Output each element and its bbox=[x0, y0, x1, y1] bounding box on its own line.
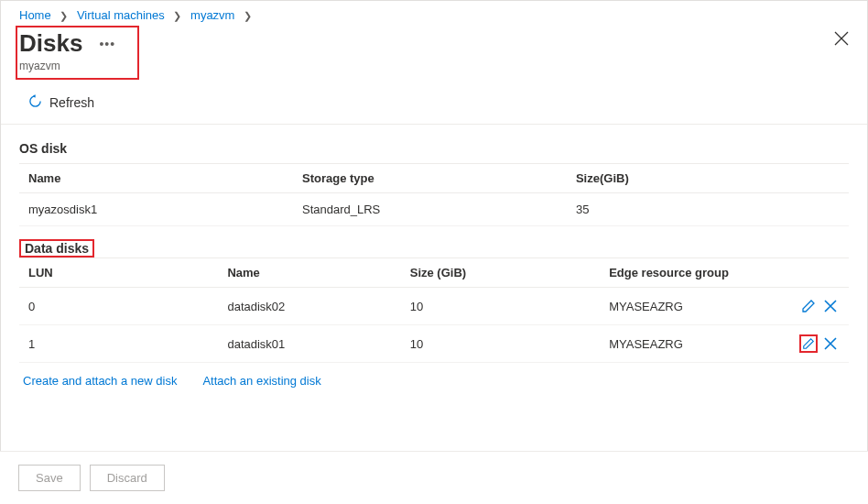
cell-erg: MYASEAZRG bbox=[600, 325, 782, 363]
cell-lun: 1 bbox=[19, 325, 218, 363]
page-subtitle: myazvm bbox=[19, 60, 115, 72]
page-title: Disks bbox=[19, 29, 82, 58]
close-icon[interactable] bbox=[834, 26, 849, 56]
breadcrumb-vms[interactable]: Virtual machines bbox=[77, 8, 165, 22]
col-size: Size (GiB) bbox=[401, 258, 600, 288]
attach-disk-link[interactable]: Attach an existing disk bbox=[202, 374, 320, 388]
col-name: Name bbox=[218, 258, 400, 288]
col-erg: Edge resource group bbox=[600, 258, 782, 288]
col-size: Size(GiB) bbox=[567, 164, 849, 193]
edit-icon[interactable] bbox=[799, 297, 818, 315]
data-disks-heading: Data disks bbox=[19, 239, 94, 257]
cell-storage: Standard_LRS bbox=[293, 193, 567, 226]
refresh-icon bbox=[28, 94, 42, 111]
data-disks-table: LUN Name Size (GiB) Edge resource group … bbox=[19, 257, 849, 363]
detach-icon[interactable] bbox=[821, 334, 840, 353]
cell-size: 10 bbox=[401, 288, 600, 325]
refresh-button[interactable]: Refresh bbox=[23, 91, 100, 115]
chevron-right-icon: ❯ bbox=[60, 10, 68, 21]
detach-icon[interactable] bbox=[821, 297, 840, 315]
cell-size: 10 bbox=[401, 325, 600, 363]
breadcrumb-home[interactable]: Home bbox=[19, 8, 51, 22]
chevron-right-icon: ❯ bbox=[173, 10, 181, 21]
cell-name: datadisk02 bbox=[218, 288, 400, 325]
os-disk-table: Name Storage type Size(GiB) myazosdisk1 … bbox=[19, 163, 849, 226]
breadcrumb: Home ❯ Virtual machines ❯ myazvm ❯ bbox=[1, 1, 867, 26]
breadcrumb-myazvm[interactable]: myazvm bbox=[190, 8, 234, 22]
table-row[interactable]: myazosdisk1 Standard_LRS 35 bbox=[19, 193, 849, 226]
cell-name: myazosdisk1 bbox=[19, 193, 293, 226]
table-row[interactable]: 0 datadisk02 10 MYASEAZRG bbox=[19, 288, 849, 325]
page-title-block: Disks ••• myazvm bbox=[16, 26, 139, 80]
refresh-label: Refresh bbox=[49, 95, 94, 110]
col-lun: LUN bbox=[19, 258, 218, 288]
cell-erg: MYASEAZRG bbox=[600, 288, 782, 325]
discard-button[interactable]: Discard bbox=[90, 465, 165, 491]
cell-name: datadisk01 bbox=[218, 325, 400, 363]
more-icon[interactable]: ••• bbox=[99, 37, 115, 51]
col-storage: Storage type bbox=[293, 164, 567, 193]
table-row[interactable]: 1 datadisk01 10 MYASEAZRG bbox=[19, 325, 849, 363]
cell-size: 35 bbox=[567, 193, 849, 226]
col-name: Name bbox=[19, 164, 293, 193]
chevron-right-icon: ❯ bbox=[244, 10, 252, 21]
edit-icon[interactable] bbox=[799, 334, 818, 353]
cell-lun: 0 bbox=[19, 288, 218, 325]
save-button[interactable]: Save bbox=[18, 465, 81, 491]
os-disk-heading: OS disk bbox=[19, 137, 849, 163]
create-disk-link[interactable]: Create and attach a new disk bbox=[23, 374, 177, 388]
